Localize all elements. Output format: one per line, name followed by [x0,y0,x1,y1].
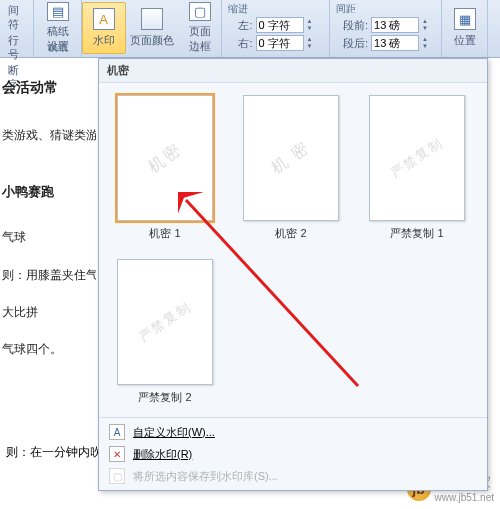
ribbon: 间符 行号 断字 ▤ 稿纸 设置 稿纸 A 水印 页面颜色 ▢ 页面 边框 缩进 [0,0,500,58]
custom-watermark-item[interactable]: A 自定义水印(W)... [99,421,487,443]
indent-right-input[interactable] [256,35,304,51]
page-color-icon [141,8,163,30]
space-before-label: 段前: [343,18,368,33]
watermark-gallery: 机密 机密 机密 1 机 密 机密 2 严禁复制 严禁复制 1 严禁复制 严禁复… [98,58,488,491]
save-watermark-icon: ▢ [109,468,125,484]
custom-watermark-icon: A [109,424,125,440]
watermark-thumb-nocopy-1[interactable]: 严禁复制 严禁复制 1 [363,95,471,241]
remove-watermark-icon: ✕ [109,446,125,462]
ribbon-opt-hyphenation1[interactable]: 间符 [6,2,27,32]
gallery-header: 机密 [99,59,487,83]
watermark-thumb-confidential-2[interactable]: 机 密 机密 2 [237,95,345,241]
doc-h2: 小鸭赛跑 [2,182,94,203]
brand-url: www.jb51.net [435,492,494,503]
doc-line5: 气球四个。 [2,340,94,359]
watermark-thumb-confidential-1[interactable]: 机密 机密 1 [111,95,219,241]
position-icon: ▦ [454,8,476,30]
space-after-input[interactable] [371,35,419,51]
doc-line3: 则：用膝盖夹住气球 [2,266,94,285]
remove-watermark-item[interactable]: ✕ 删除水印(R) [99,443,487,465]
indent-header: 缩进 [228,2,248,16]
watermark-button[interactable]: A 水印 [82,2,126,54]
space-before-up[interactable]: ▲ [422,18,428,25]
group-label-paper: 稿纸 [48,41,68,55]
doc-title: 会活动常 [2,76,94,98]
page-border-button[interactable]: ▢ 页面 边框 [178,2,222,54]
doc-line4: 大比拼 [2,303,94,322]
spacing-header: 间距 [336,2,356,16]
gallery-footer: A 自定义水印(W)... ✕ 删除水印(R) ▢ 将所选内容保存到水印库(S)… [99,417,487,490]
space-before-input[interactable] [371,17,419,33]
indent-left-up[interactable]: ▲ [307,18,313,25]
indent-right-label: 右: [238,36,252,51]
indent-right-down[interactable]: ▼ [307,43,313,50]
indent-left-down[interactable]: ▼ [307,25,313,32]
space-before-down[interactable]: ▼ [422,25,428,32]
page-border-icon: ▢ [189,2,211,21]
space-after-label: 段后: [343,36,368,51]
space-after-down[interactable]: ▼ [422,43,428,50]
document-body: 会活动常 类游戏、猜谜类游戏 小鸭赛跑 气球 则：用膝盖夹住气球 大比拼 气球四… [0,66,96,369]
indent-left-input[interactable] [256,17,304,33]
watermark-thumb-nocopy-2[interactable]: 严禁复制 严禁复制 2 [111,259,219,405]
watermark-icon: A [93,8,115,30]
doc-line2: 气球 [2,228,94,247]
save-watermark-item: ▢ 将所选内容保存到水印库(S)... [99,465,487,487]
space-after-up[interactable]: ▲ [422,36,428,43]
paper-icon: ▤ [47,2,69,21]
doc-line1: 类游戏、猜谜类游戏 [2,126,94,145]
page-color-button[interactable]: 页面颜色 [130,2,174,54]
ribbon-opt-linenum[interactable]: 行号 [6,32,27,62]
indent-right-up[interactable]: ▲ [307,36,313,43]
position-button[interactable]: ▦ 位置 [443,2,487,54]
indent-left-label: 左: [238,18,252,33]
